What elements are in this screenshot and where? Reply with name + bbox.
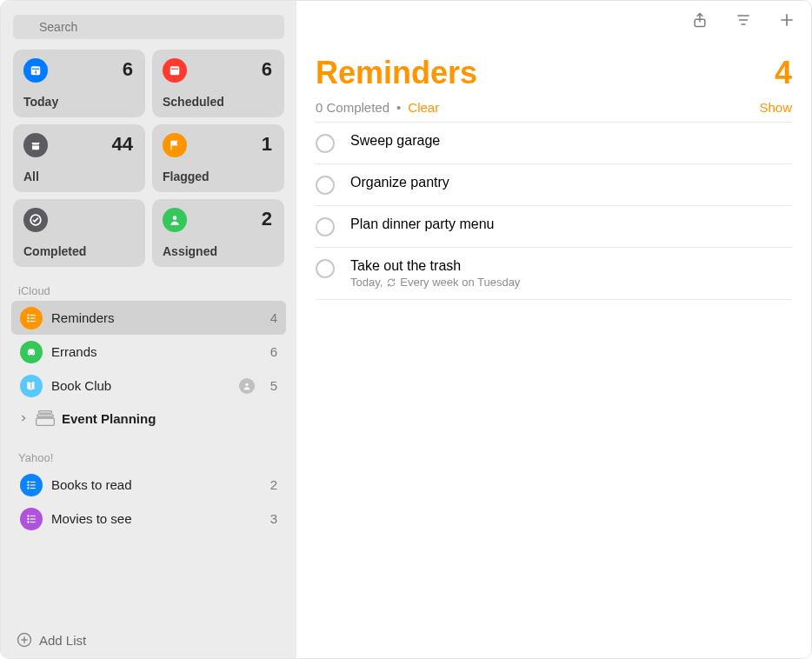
- smart-list-today[interactable]: 4 6 Today: [13, 50, 145, 117]
- svg-rect-29: [30, 518, 36, 519]
- list-row-book-club[interactable]: Book Club 5: [11, 369, 286, 403]
- smart-lists-grid: 4 6 Today 6 Scheduled: [10, 50, 288, 267]
- flagged-icon: [163, 133, 187, 157]
- reminder-repeat-text: Every week on Tuesday: [400, 276, 520, 289]
- list-subheader: 0 Completed • Clear Show: [316, 100, 792, 115]
- svg-point-30: [27, 521, 29, 523]
- svg-point-9: [27, 316, 29, 318]
- sidebar: 4 6 Today 6 Scheduled: [1, 0, 296, 658]
- svg-rect-21: [30, 481, 36, 482]
- svg-point-16: [245, 383, 248, 385]
- all-count: 44: [112, 133, 133, 156]
- completed-text: 0 Completed: [316, 100, 389, 115]
- reminder-checkbox[interactable]: [316, 176, 335, 195]
- list-count: 4: [263, 310, 277, 325]
- list-row-errands[interactable]: Errands 6: [11, 335, 286, 369]
- show-completed-button[interactable]: Show: [759, 100, 792, 115]
- list-row-reminders[interactable]: Reminders 4: [11, 301, 286, 335]
- svg-point-28: [27, 517, 29, 519]
- section-header-yahoo: Yahoo!: [10, 434, 288, 468]
- clear-completed-button[interactable]: Clear: [408, 100, 439, 115]
- svg-point-13: [29, 352, 30, 353]
- reminder-title: Organize pantry: [350, 175, 792, 190]
- book-icon: [20, 375, 43, 397]
- list-title: Reminders: [316, 55, 477, 91]
- today-label: Today: [23, 95, 133, 109]
- toolbar: [316, 1, 797, 39]
- search-input[interactable]: [13, 15, 284, 39]
- shared-indicator-icon: [239, 378, 255, 394]
- svg-rect-15: [30, 383, 31, 389]
- reminder-title: Take out the trash: [350, 258, 792, 274]
- reminder-item[interactable]: Sweep garage: [316, 122, 792, 164]
- list-count: 3: [263, 511, 277, 526]
- reminder-checkbox[interactable]: [316, 134, 335, 153]
- main-content: Reminders 4 0 Completed • Clear Show Swe…: [296, 1, 811, 658]
- assigned-icon: [163, 208, 187, 232]
- today-icon: 4: [23, 58, 48, 83]
- list-name: Book Club: [51, 378, 230, 393]
- completed-icon: [23, 208, 48, 232]
- repeat-icon: [386, 277, 396, 288]
- view-options-icon: [735, 11, 752, 29]
- svg-rect-19: [37, 418, 55, 425]
- svg-point-24: [27, 487, 29, 489]
- scheduled-icon: [163, 58, 187, 83]
- disclosure-chevron-icon[interactable]: [18, 413, 29, 423]
- list-count: 6: [263, 344, 277, 359]
- scheduled-label: Scheduled: [163, 95, 272, 109]
- svg-point-6: [173, 216, 177, 220]
- smart-list-completed[interactable]: Completed: [13, 199, 145, 267]
- section-header-icloud: iCloud: [10, 267, 288, 301]
- reminder-item[interactable]: Take out the trash Today, Every week on …: [316, 248, 792, 300]
- search-field-wrap: [13, 15, 284, 39]
- smart-list-scheduled[interactable]: 6 Scheduled: [152, 50, 284, 117]
- all-icon: [23, 133, 48, 157]
- list-count: 4: [775, 55, 792, 91]
- add-list-button[interactable]: Add List: [10, 623, 288, 658]
- list-header: Reminders 4: [316, 55, 792, 91]
- flagged-label: Flagged: [163, 170, 272, 183]
- reminder-subtitle: Today, Every week on Tuesday: [350, 276, 792, 289]
- svg-rect-12: [30, 320, 36, 321]
- share-icon: [691, 11, 709, 29]
- reminder-checkbox[interactable]: [316, 217, 335, 236]
- list-name: Books to read: [51, 477, 255, 492]
- reminder-title: Plan dinner party menu: [350, 216, 792, 232]
- group-name: Event Planning: [62, 411, 156, 426]
- today-count: 6: [123, 58, 133, 81]
- view-options-button[interactable]: [733, 10, 754, 30]
- list-row-movies-to-see[interactable]: Movies to see 3: [11, 502, 286, 536]
- smart-list-flagged[interactable]: 1 Flagged: [152, 124, 284, 192]
- plus-circle-icon: [17, 632, 32, 648]
- reminder-item[interactable]: Plan dinner party menu: [316, 206, 792, 248]
- flagged-count: 1: [262, 133, 272, 156]
- list-name: Reminders: [51, 310, 255, 325]
- reminder-item-list: Sweep garage Organize pantry Plan dinner…: [316, 122, 792, 300]
- svg-text:4: 4: [35, 70, 37, 75]
- svg-rect-3: [170, 66, 180, 75]
- list-name: Errands: [51, 344, 255, 359]
- group-row-event-planning[interactable]: Event Planning: [10, 403, 288, 434]
- svg-rect-27: [30, 515, 36, 516]
- all-label: All: [23, 170, 133, 183]
- svg-rect-10: [30, 317, 36, 318]
- share-button[interactable]: [689, 10, 710, 30]
- svg-rect-31: [30, 521, 36, 522]
- reminder-checkbox[interactable]: [316, 259, 335, 278]
- plus-icon: [778, 11, 795, 29]
- smart-list-all[interactable]: 44 All: [13, 124, 145, 192]
- assigned-count: 2: [262, 208, 272, 230]
- smart-list-assigned[interactable]: 2 Assigned: [152, 199, 284, 267]
- list-row-books-to-read[interactable]: Books to read 2: [11, 468, 286, 502]
- list-icon: [20, 474, 43, 496]
- list-name: Movies to see: [51, 511, 255, 526]
- svg-point-26: [27, 515, 29, 516]
- list-icon: [20, 508, 43, 530]
- reminder-item[interactable]: Organize pantry: [316, 164, 792, 206]
- svg-rect-18: [37, 415, 54, 417]
- completed-label: Completed: [23, 244, 133, 258]
- svg-point-11: [27, 320, 29, 322]
- list-icon: [20, 307, 43, 330]
- add-reminder-button[interactable]: [776, 10, 797, 30]
